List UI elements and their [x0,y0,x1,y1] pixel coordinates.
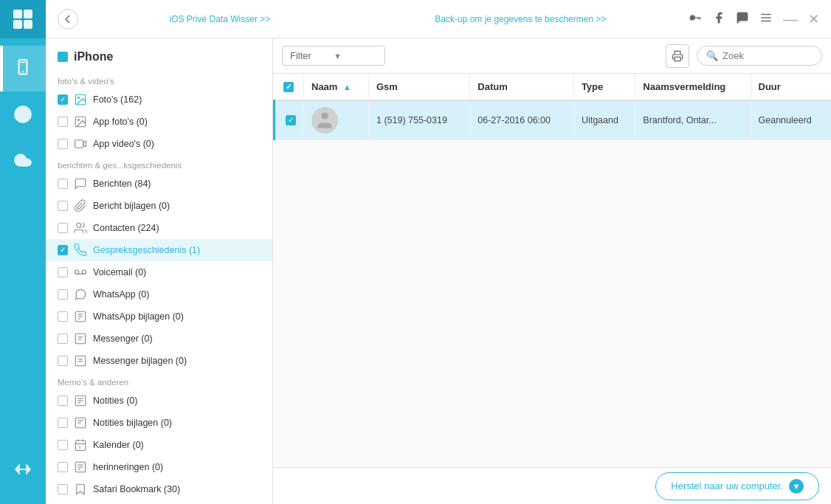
tree-item-safari-bookmark[interactable]: Safari Bookmark (30) [46,478,272,500]
attachment-icon [72,198,89,214]
table-row[interactable]: 1 (519) 755-0319 06-27-2016 06:00 Uitgaa… [275,100,832,140]
label-herinneringen: herinneringen (0) [93,462,266,472]
svg-point-27 [82,270,86,274]
checkbox-kalender[interactable] [58,440,68,450]
checkbox-voicemail[interactable] [58,267,68,277]
back-button[interactable] [58,9,78,30]
checkbox-fotos[interactable] [58,94,68,105]
restore-label: Herstel naar uw computer. [671,480,783,491]
tree-item-whatsapp[interactable]: WhatsApp (0) [46,283,272,305]
menu-icon[interactable] [759,11,773,27]
checkbox-gespreksgeschiedenis[interactable] [58,245,68,255]
tree-item-herinneringen[interactable]: herinneringen (0) [46,456,272,478]
restore-button[interactable]: Herstel naar uw computer. ▼ [655,472,819,500]
checkbox-whatsapp-bijlagen[interactable] [58,311,68,322]
checkbox-notities[interactable] [58,396,68,406]
tree-item-bericht-bijlagen[interactable]: Bericht bijlagen (0) [46,195,272,217]
tree-item-berichten[interactable]: Berichten (84) [46,173,272,195]
label-messenger-bijlagen: Messenger bijlagen (0) [93,356,266,366]
facebook-icon[interactable] [712,11,725,27]
app-photo-icon [72,114,89,130]
row-checkbox[interactable] [286,115,296,125]
svg-rect-36 [75,356,86,366]
checkbox-app-fotos[interactable] [58,117,68,127]
checkbox-messenger[interactable] [58,334,68,344]
label-kalender: Kalender (0) [93,440,266,450]
data-table-wrap: Naam ▲ Gsm Datum Type Naamsvermelding Du… [273,74,831,467]
svg-point-20 [77,97,79,98]
device-header: iPhone [46,46,272,71]
th-select-all[interactable] [275,74,304,100]
svg-point-26 [75,270,79,274]
sidebar-nav [0,38,46,504]
checkbox-herinneringen[interactable] [58,462,68,472]
sidebar-item-music[interactable] [0,92,46,137]
minimize-button[interactable]: — [783,12,798,27]
checkbox-safari-bookmark[interactable] [58,484,68,494]
td-check[interactable] [275,100,304,140]
th-datum: Datum [470,74,574,100]
col-naam-label: Naam [311,81,337,92]
label-berichten: Berichten (84) [93,179,266,189]
chat-icon[interactable] [736,11,749,27]
tree-item-app-videos[interactable]: App video's (0) [46,133,272,155]
label-messenger: Messenger (0) [93,334,266,344]
select-all-checkbox[interactable] [283,82,294,92]
svg-point-8 [21,112,26,117]
tree-panel: iPhone foto's & video's Foto's (162) [46,38,273,504]
tree-item-voice-memos[interactable]: Voice memo's (0) [46,500,272,504]
sidebar-item-tools[interactable] [0,446,46,492]
tree-item-notities-bijlagen[interactable]: Notities bijlagen (0) [46,412,272,434]
label-app-fotos: App foto's (0) [93,117,266,127]
label-whatsapp-bijlagen: WhatsApp bijlagen (0) [93,311,266,322]
tree-item-messenger-bijlagen[interactable]: Messenger bijlagen (0) [46,350,272,372]
contact-icon [72,220,89,236]
checkbox-messenger-bijlagen[interactable] [58,356,68,366]
section-label-messages: berichten & ges...ksgeschiedenis [46,158,272,173]
label-gespreksgeschiedenis: Gespreksgeschiedenis (1) [93,245,266,255]
svg-rect-33 [75,334,86,344]
checkbox-berichten[interactable] [58,179,68,189]
print-button[interactable] [666,44,689,68]
tree-item-messenger[interactable]: Messenger (0) [46,328,272,350]
prive-data-link[interactable]: iOS Privé Data Wisser >> [170,14,271,24]
svg-rect-23 [75,140,83,148]
tree-item-gespreksgeschiedenis[interactable]: Gespreksgeschiedenis (1) [46,239,272,261]
messenger-attach-icon [72,353,89,369]
svg-rect-65 [675,57,680,61]
restore-arrow-icon: ▼ [789,479,804,494]
voicemail-icon [72,264,89,280]
label-notities-bijlagen: Notities bijlagen (0) [93,418,266,428]
calls-table: Naam ▲ Gsm Datum Type Naamsvermelding Du… [273,74,831,140]
app-logo[interactable] [0,0,46,38]
search-input[interactable] [723,50,811,61]
sidebar-item-cloud[interactable] [0,137,46,183]
main-content: iOS Privé Data Wisser >> Back-up om je g… [46,0,831,504]
checkbox-bericht-bijlagen[interactable] [58,201,68,211]
backup-link[interactable]: Back-up om je gegevens te beschermen >> [435,14,606,24]
tree-item-notities[interactable]: Notities (0) [46,390,272,412]
table-header-row: Naam ▲ Gsm Datum Type Naamsvermelding Du… [275,74,832,100]
tree-item-app-fotos[interactable]: App foto's (0) [46,111,272,133]
key-icon[interactable] [689,11,702,27]
tree-item-contacten[interactable]: Contacten (224) [46,217,272,239]
checkbox-contacten[interactable] [58,223,68,233]
whatsapp-attach-icon [72,308,89,325]
device-name: iPhone [74,50,113,63]
close-button[interactable]: ✕ [808,11,819,27]
tree-item-fotos[interactable]: Foto's (162) [46,89,272,111]
filter-dropdown[interactable]: Filter ▼ [282,46,385,66]
checkbox-whatsapp[interactable] [58,289,68,300]
tree-item-whatsapp-bijlagen[interactable]: WhatsApp bijlagen (0) [46,305,272,328]
topbar: iOS Privé Data Wisser >> Back-up om je g… [46,0,831,38]
bookmark-icon [72,481,89,497]
th-gsm: Gsm [369,74,470,100]
tree-item-kalender[interactable]: 6 Kalender (0) [46,434,272,456]
checkbox-notities-bijlagen[interactable] [58,418,68,428]
notes-icon [72,393,89,409]
svg-point-25 [77,223,81,227]
svg-rect-1 [24,10,32,18]
checkbox-app-videos[interactable] [58,139,68,149]
sidebar-item-phone[interactable] [0,46,46,92]
tree-item-voicemail[interactable]: Voicemail (0) [46,261,272,283]
